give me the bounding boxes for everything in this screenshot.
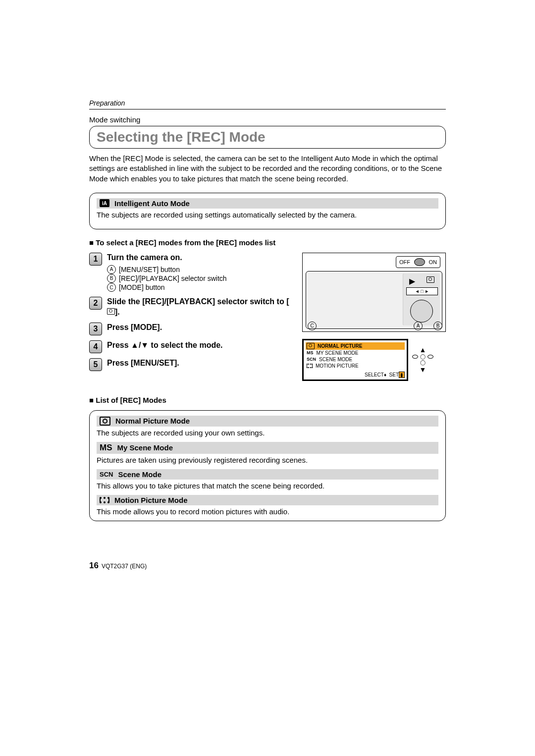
dpad-icon (410, 300, 433, 323)
mode-motion-header: Motion Picture Mode (97, 495, 438, 505)
ia-icon: iA (100, 199, 109, 207)
page-number: 16 (89, 561, 99, 571)
mode-desc: This allows you to take pictures that ma… (97, 482, 438, 490)
step-title: Slide the [REC]/[PLAYBACK] selector swit… (107, 297, 289, 306)
step-number: 2 (89, 297, 102, 310)
subheader: Mode switching (89, 115, 446, 124)
film-icon (100, 497, 109, 503)
ms-icon: MS (100, 443, 112, 453)
step-number: 3 (89, 323, 102, 335)
ia-mode-title: Intelligent Auto Mode (114, 199, 190, 208)
step-1: 1 Turn the camera on. A[MENU/SET] button… (89, 253, 292, 292)
circle-letter-a: A (107, 265, 116, 274)
nav-arrows: ▲ ◯ ◯ ▼ (412, 346, 433, 373)
list-heading: List of [REC] Modes (89, 396, 446, 404)
menu-item-scene: SCNSCENE MODE (306, 356, 405, 363)
substep-text: [MENU/SET] button (119, 265, 180, 274)
control-panel: ▶ ◄ □ ► (403, 273, 440, 325)
step-2: 2 Slide the [REC]/[PLAYBACK] selector sw… (89, 297, 292, 318)
menu-item-motion: MOTION PICTURE (306, 363, 405, 369)
step-title: Press [MODE]. (107, 323, 162, 333)
diagram-column: OFF ON ▶ ◄ □ ► (302, 253, 446, 381)
menu-screen: NORMAL PICTURE MSMY SCENE MODE SCNSCENE … (302, 339, 408, 381)
camera-icon (100, 417, 110, 426)
ia-mode-desc: The subjects are recorded using settings… (97, 211, 438, 219)
mode-title: Normal Picture Mode (115, 417, 190, 425)
down-arrow-icon: ▼ (420, 366, 427, 373)
onoff-knob (414, 258, 425, 266)
callout-b: B (433, 322, 442, 330)
menu-item-myscene: MSMY SCENE MODE (306, 350, 405, 356)
up-arrow-icon: ▲ (420, 346, 427, 353)
film-icon (307, 364, 313, 368)
step-title: Turn the camera on. (107, 253, 227, 263)
menu-diagram: NORMAL PICTURE MSMY SCENE MODE SCNSCENE … (302, 339, 446, 381)
rec-modes-box: Normal Picture Mode The subjects are rec… (89, 410, 446, 521)
step-title-suffix: ]. (115, 308, 120, 316)
step-title: Press ▲/▼ to select the mode. (107, 340, 223, 351)
step-number: 4 (89, 340, 102, 353)
step-number: 1 (89, 253, 102, 266)
page-title: Selecting the [REC] Mode (97, 129, 438, 145)
mode-scene-header: SCN Scene Mode (97, 469, 438, 480)
selector-switch: ◄ □ ► (406, 287, 438, 295)
mode-title: Motion Picture Mode (114, 496, 188, 504)
substep-text: [MODE] button (119, 283, 165, 292)
camera-icon (307, 343, 315, 349)
mode-desc: The subjects are recorded using your own… (97, 429, 438, 437)
step-3: 3 Press [MODE]. (89, 323, 292, 335)
mode-title: Scene Mode (118, 470, 161, 479)
manual-page: Preparation Mode switching Selecting the… (0, 0, 535, 610)
mode-desc: Pictures are taken using previously regi… (97, 456, 438, 464)
callout-c: C (308, 322, 317, 330)
page-footer: 16 VQT2G37 (ENG) (89, 561, 446, 571)
camera-icon (427, 276, 434, 283)
menu-footer: SELECT♦ SET▮ (306, 372, 405, 378)
camera-diagram: OFF ON ▶ ◄ □ ► (302, 253, 446, 332)
circle-letter-b: B (107, 274, 116, 283)
ia-mode-box: iA Intelligent Auto Mode The subjects ar… (89, 193, 446, 229)
steps-row: 1 Turn the camera on. A[MENU/SET] button… (89, 253, 446, 381)
mode-normal-header: Normal Picture Mode (97, 416, 438, 427)
camera-icon (107, 308, 115, 315)
substep-list: A[MENU/SET] button B[REC]/[PLAYBACK] sel… (107, 265, 227, 292)
step-4: 4 Press ▲/▼ to select the mode. (89, 340, 292, 353)
circle-letter-c: C (107, 283, 116, 292)
mode-myscene-header: MS My Scene Mode (97, 442, 438, 454)
ia-mode-header: iA Intelligent Auto Mode (97, 198, 438, 209)
select-heading: To select a [REC] modes from the [REC] m… (89, 238, 446, 247)
on-label: ON (429, 259, 437, 265)
off-label: OFF (399, 259, 410, 265)
mode-title: My Scene Mode (117, 443, 173, 452)
step-title: Press [MENU/SET]. (107, 358, 179, 369)
camera-body: ▶ ◄ □ ► (306, 271, 442, 329)
step-number: 5 (89, 358, 102, 371)
steps-column: 1 Turn the camera on. A[MENU/SET] button… (89, 253, 292, 381)
title-banner: Selecting the [REC] Mode (89, 126, 446, 149)
doc-code: VQT2G37 (ENG) (102, 563, 147, 570)
substep-text: [REC]/[PLAYBACK] selector switch (119, 274, 227, 283)
section-label: Preparation (89, 99, 446, 109)
callout-a: A (414, 322, 423, 330)
scn-icon: SCN (100, 471, 113, 478)
menu-item-normal: NORMAL PICTURE (306, 342, 405, 350)
intro-text: When the [REC] Mode is selected, the cam… (89, 154, 446, 184)
mode-desc: This mode allows you to record motion pi… (97, 507, 438, 516)
step-5: 5 Press [MENU/SET]. (89, 358, 292, 371)
onoff-switch: OFF ON (396, 256, 440, 268)
playback-icon: ▶ (409, 276, 415, 286)
